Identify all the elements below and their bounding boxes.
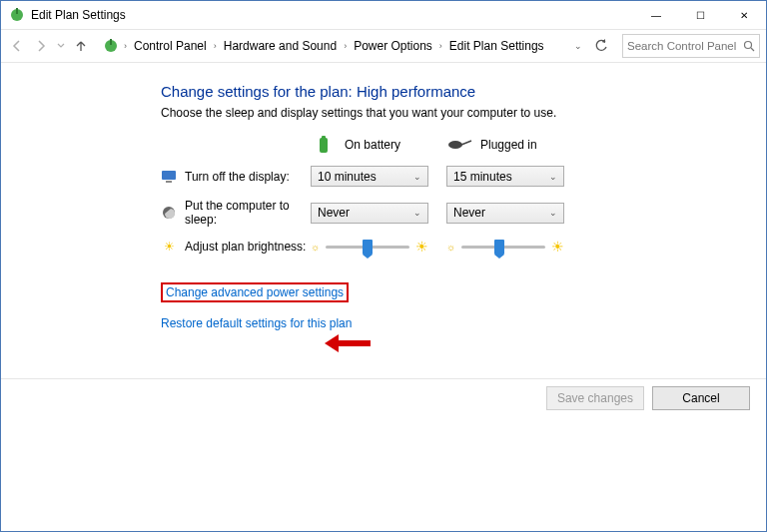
app-icon — [9, 7, 25, 23]
display-battery-dropdown[interactable]: 10 minutes ⌄ — [311, 166, 428, 187]
svg-rect-6 — [320, 138, 328, 153]
chevron-right-icon: › — [212, 41, 219, 51]
window: Edit Plan Settings — ☐ ✕ › Control Panel… — [0, 0, 767, 532]
brightness-battery-slider[interactable]: ☼ ☀ — [311, 239, 428, 255]
address-icon — [103, 38, 119, 54]
button-row: Save changes Cancel — [546, 386, 750, 410]
cancel-button[interactable]: Cancel — [652, 386, 750, 410]
page-heading: Change settings for the plan: High perfo… — [161, 83, 756, 100]
nav-toolbar: › Control Panel › Hardware and Sound › P… — [1, 29, 766, 63]
svg-line-5 — [751, 48, 754, 51]
column-header-battery: On battery — [311, 136, 430, 154]
search-placeholder: Search Control Panel — [627, 40, 736, 52]
display-battery-value: 10 minutes — [318, 170, 377, 184]
advanced-settings-link[interactable]: Change advanced power settings — [166, 285, 344, 299]
svg-rect-11 — [166, 181, 172, 183]
breadcrumb-item[interactable]: Control Panel — [132, 39, 209, 53]
display-plugged-value: 15 minutes — [453, 170, 512, 184]
row-display-label: Turn off the display: — [185, 170, 290, 184]
svg-point-8 — [448, 141, 462, 149]
save-button[interactable]: Save changes — [546, 386, 644, 410]
window-controls: — ☐ ✕ — [634, 1, 766, 29]
titlebar: Edit Plan Settings — ☐ ✕ — [1, 1, 766, 29]
plug-icon — [446, 136, 472, 154]
nav-forward-button[interactable] — [31, 36, 51, 56]
chevron-right-icon: › — [122, 41, 129, 51]
sleep-battery-value: Never — [318, 206, 350, 220]
column-header-plugged: Plugged in — [446, 136, 566, 154]
content-area: Change settings for the plan: High perfo… — [1, 63, 766, 340]
sleep-plugged-dropdown[interactable]: Never ⌄ — [446, 203, 564, 224]
links-section: Change advanced power settings Restore d… — [161, 282, 756, 330]
brightness-plugged-slider[interactable]: ☼ ☀ — [446, 239, 564, 255]
sun-max-icon: ☀ — [551, 239, 564, 255]
row-brightness-label: Adjust plan brightness: — [185, 240, 306, 254]
chevron-down-icon: ⌄ — [413, 172, 421, 182]
sun-min-icon: ☼ — [446, 242, 455, 253]
settings-grid: On battery Plugged in Turn off the displ… — [161, 136, 756, 255]
sleep-battery-dropdown[interactable]: Never ⌄ — [311, 203, 428, 224]
restore-defaults-link[interactable]: Restore default settings for this plan — [161, 316, 352, 330]
svg-rect-7 — [322, 136, 326, 139]
chevron-right-icon: › — [342, 41, 349, 51]
address-bar[interactable]: › Control Panel › Hardware and Sound › P… — [99, 35, 590, 57]
row-sleep: Put the computer to sleep: — [161, 199, 311, 227]
titlebar-left: Edit Plan Settings — [9, 7, 126, 23]
address-dropdown-icon[interactable]: ⌄ — [574, 41, 582, 51]
sun-min-icon: ☼ — [311, 242, 320, 253]
svg-rect-1 — [16, 8, 18, 14]
sleep-plugged-value: Never — [453, 206, 485, 220]
button-separator — [1, 378, 766, 379]
close-button[interactable]: ✕ — [722, 1, 766, 29]
svg-point-4 — [745, 42, 752, 49]
chevron-down-icon: ⌄ — [413, 208, 421, 218]
row-display: Turn off the display: — [161, 169, 311, 185]
row-brightness: ☀ Adjust plan brightness: — [161, 239, 311, 255]
row-sleep-label: Put the computer to sleep: — [185, 199, 311, 227]
chevron-down-icon: ⌄ — [549, 172, 557, 182]
column-header-battery-label: On battery — [345, 138, 400, 152]
annotation-arrow — [325, 334, 371, 352]
sun-max-icon: ☀ — [415, 239, 428, 255]
column-header-plugged-label: Plugged in — [480, 138, 537, 152]
svg-line-9 — [461, 141, 471, 145]
display-plugged-dropdown[interactable]: 15 minutes ⌄ — [446, 166, 564, 187]
sleep-icon — [161, 205, 177, 221]
refresh-button[interactable] — [594, 39, 612, 53]
nav-recent-button[interactable] — [55, 36, 67, 56]
search-icon — [743, 40, 755, 52]
window-title: Edit Plan Settings — [31, 8, 126, 22]
maximize-button[interactable]: ☐ — [678, 1, 722, 29]
breadcrumb-item[interactable]: Edit Plan Settings — [447, 39, 546, 53]
brightness-icon: ☀ — [161, 239, 177, 255]
chevron-down-icon: ⌄ — [549, 208, 557, 218]
display-icon — [161, 169, 177, 185]
chevron-right-icon: › — [437, 41, 444, 51]
svg-rect-3 — [110, 39, 112, 45]
nav-back-button[interactable] — [7, 36, 27, 56]
battery-icon — [311, 136, 337, 154]
breadcrumb-item[interactable]: Hardware and Sound — [222, 39, 339, 53]
breadcrumb-item[interactable]: Power Options — [352, 39, 434, 53]
svg-rect-10 — [162, 171, 176, 180]
page-subtext: Choose the sleep and display settings th… — [161, 106, 756, 120]
search-input[interactable]: Search Control Panel — [622, 34, 760, 58]
highlight-box: Change advanced power settings — [161, 282, 349, 302]
nav-up-button[interactable] — [71, 36, 91, 56]
minimize-button[interactable]: — — [634, 1, 678, 29]
